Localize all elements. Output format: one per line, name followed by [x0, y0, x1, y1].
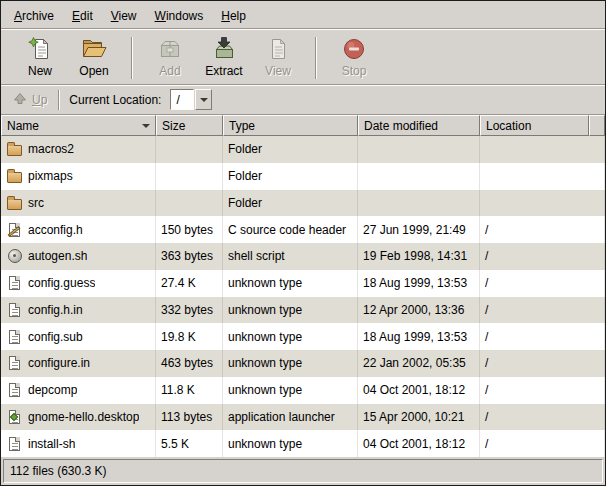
file-date: 27 Jun 1999, 21:49	[358, 216, 480, 243]
file-type: unknown type	[223, 297, 358, 324]
file-name: depcomp	[28, 383, 77, 397]
table-row[interactable]: macros2 Folder	[1, 136, 605, 163]
column-header-size[interactable]: Size	[156, 115, 223, 136]
status-text: 112 files (630.3 K)	[10, 464, 107, 478]
add-button[interactable]: Add	[143, 34, 197, 78]
file-name: pixmaps	[28, 169, 73, 183]
file-size	[156, 163, 223, 190]
table-row[interactable]: configure.in 463 bytes unknown type 22 J…	[1, 350, 605, 377]
file-name: config.guess	[28, 276, 95, 290]
table-row[interactable]: pixmaps Folder	[1, 163, 605, 190]
text-file-icon	[4, 323, 25, 350]
location-bar-separator	[58, 90, 60, 110]
toolbar: New Open Add	[1, 28, 605, 84]
file-type: C source code header	[223, 216, 358, 243]
folder-icon	[4, 163, 25, 190]
file-date: 22 Jan 2002, 05:35	[358, 350, 480, 377]
file-type: application launcher	[223, 404, 358, 431]
current-location-label: Current Location:	[69, 93, 161, 107]
file-name: src	[28, 196, 44, 210]
file-name: acconfig.h	[28, 223, 83, 237]
up-button[interactable]: Up	[9, 90, 56, 110]
file-size: 150 bytes	[156, 216, 223, 243]
folder-icon	[4, 190, 25, 217]
table-row[interactable]: autogen.sh 363 bytes shell script 19 Feb…	[1, 243, 605, 270]
stop-button[interactable]: Stop	[327, 34, 381, 78]
location-combo[interactable]: /	[170, 89, 212, 110]
up-arrow-icon	[13, 92, 27, 108]
file-size: 363 bytes	[156, 243, 223, 270]
file-name: macros2	[28, 142, 74, 156]
open-button-label: Open	[79, 64, 108, 78]
archive-manager-window: Archive Edit View Windows Help New	[0, 0, 606, 486]
file-date: 18 Aug 1999, 13:53	[358, 270, 480, 297]
chevron-down-icon[interactable]	[195, 89, 212, 110]
file-date: 18 Aug 1999, 13:53	[358, 323, 480, 350]
new-archive-icon	[27, 35, 53, 63]
file-size	[156, 190, 223, 217]
file-type: Folder	[223, 136, 358, 163]
table-header: Name Size Type Date modified Location	[1, 115, 605, 136]
file-name: install-sh	[28, 437, 75, 451]
column-header-name[interactable]: Name	[1, 115, 156, 136]
file-date	[358, 190, 480, 217]
script-file-icon	[4, 243, 25, 270]
header-corner-box	[589, 115, 605, 136]
extract-button-label: Extract	[205, 64, 242, 78]
text-file-icon	[4, 297, 25, 324]
file-name: gnome-hello.desktop	[28, 410, 139, 424]
file-type: Folder	[223, 163, 358, 190]
column-header-type[interactable]: Type	[223, 115, 358, 136]
menu-windows[interactable]: Windows	[146, 5, 213, 27]
menu-archive[interactable]: Archive	[5, 5, 63, 27]
up-button-label: Up	[32, 93, 47, 107]
text-file-icon	[4, 430, 25, 457]
file-location	[480, 163, 605, 190]
table-row[interactable]: src Folder	[1, 190, 605, 217]
table-row[interactable]: gnome-hello.desktop 113 bytes applicatio…	[1, 404, 605, 431]
table-row[interactable]: config.guess 27.4 K unknown type 18 Aug …	[1, 270, 605, 297]
column-header-location[interactable]: Location	[480, 115, 589, 136]
table-row[interactable]: depcomp 11.8 K unknown type 04 Oct 2001,…	[1, 377, 605, 404]
view-file-icon	[265, 35, 291, 63]
file-date: 15 Apr 2000, 10:21	[358, 404, 480, 431]
file-size: 332 bytes	[156, 297, 223, 324]
file-type: unknown type	[223, 377, 358, 404]
open-button[interactable]: Open	[67, 34, 121, 78]
table-row[interactable]: acconfig.h 150 bytes C source code heade…	[1, 216, 605, 243]
toolbar-separator	[315, 37, 317, 79]
view-button[interactable]: View	[251, 34, 305, 78]
new-button[interactable]: New	[13, 34, 67, 78]
file-location: /	[480, 377, 605, 404]
file-type: unknown type	[223, 350, 358, 377]
file-size: 27.4 K	[156, 270, 223, 297]
menu-bar: Archive Edit View Windows Help	[1, 1, 605, 28]
open-folder-icon	[81, 35, 107, 63]
add-package-icon	[157, 35, 183, 63]
file-date: 04 Oct 2001, 18:12	[358, 377, 480, 404]
file-location: /	[480, 323, 605, 350]
extract-button[interactable]: Extract	[197, 34, 251, 78]
file-type: unknown type	[223, 323, 358, 350]
column-header-date-modified[interactable]: Date modified	[358, 115, 480, 136]
file-location	[480, 136, 605, 163]
new-button-label: New	[28, 64, 52, 78]
menu-edit[interactable]: Edit	[63, 5, 102, 27]
add-button-label: Add	[159, 64, 180, 78]
location-combo-value[interactable]: /	[170, 89, 194, 110]
file-date: 04 Oct 2001, 18:12	[358, 430, 480, 457]
file-name: configure.in	[28, 356, 90, 370]
file-size: 11.8 K	[156, 377, 223, 404]
source-file-icon	[4, 216, 25, 243]
table-row[interactable]: config.h.in 332 bytes unknown type 12 Ap…	[1, 297, 605, 324]
file-date: 12 Apr 2000, 13:36	[358, 297, 480, 324]
file-location: /	[480, 216, 605, 243]
extract-package-icon	[211, 35, 237, 63]
table-row[interactable]: config.sub 19.8 K unknown type 18 Aug 19…	[1, 323, 605, 350]
folder-icon	[4, 136, 25, 163]
menu-view[interactable]: View	[102, 5, 146, 27]
file-location: /	[480, 270, 605, 297]
file-size: 19.8 K	[156, 323, 223, 350]
table-row[interactable]: install-sh 5.5 K unknown type 04 Oct 200…	[1, 430, 605, 457]
menu-help[interactable]: Help	[212, 5, 255, 27]
